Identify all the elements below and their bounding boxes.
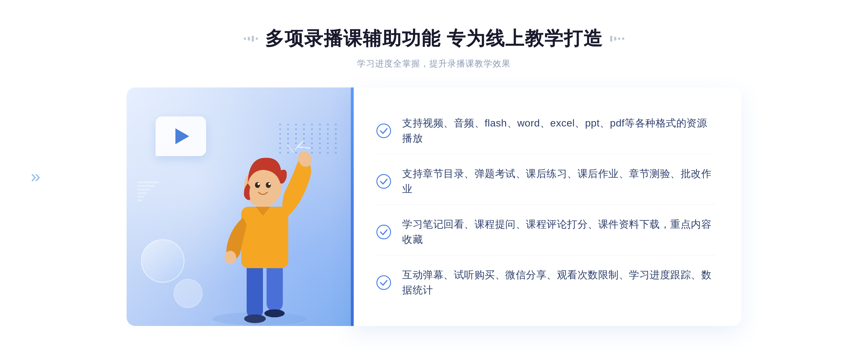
svg-rect-2 [267, 261, 283, 312]
svg-point-13 [268, 183, 271, 185]
header-section: 多项录播课辅助功能 专为线上教学打造 学习进度全掌握，提升录播课教学效果 [244, 26, 624, 69]
feature-item-2: 支持章节目录、弹题考试、课后练习、课后作业、章节测验、批改作业 [376, 158, 716, 205]
feature-text-3: 学习笔记回看、课程提问、课程评论打分、课件资料下载，重点内容收藏 [402, 217, 716, 247]
svg-rect-5 [241, 207, 288, 268]
svg-line-15 [299, 147, 310, 148]
page-container: » 多项录播课辅助功能 专为线上教学打造 学习进度全掌握，提升录播课教学效果 [0, 0, 868, 352]
main-title: 多项录播课辅助功能 专为线上教学打造 [265, 26, 603, 51]
svg-point-4 [264, 309, 285, 317]
stripes-decoration [137, 181, 159, 218]
check-icon-3 [376, 224, 391, 240]
feature-item-1: 支持视频、音频、flash、word、excel、ppt、pdf等各种格式的资源… [376, 108, 716, 154]
check-icon-1 [376, 123, 391, 138]
feature-text-1: 支持视频、音频、flash、word、excel、ppt、pdf等各种格式的资源… [402, 116, 716, 146]
header-title-row: 多项录播课辅助功能 专为线上教学打造 [244, 26, 624, 51]
svg-line-16 [288, 145, 294, 153]
svg-point-11 [266, 182, 271, 188]
svg-point-10 [255, 182, 260, 188]
play-icon [175, 128, 189, 144]
header-decoration-right [610, 36, 624, 42]
feature-item-4: 互动弹幕、试听购买、微信分享、观看次数限制、学习进度跟踪、数据统计 [376, 259, 716, 306]
subtitle: 学习进度全掌握，提升录播课教学效果 [244, 58, 624, 69]
header-decoration-left [244, 36, 258, 42]
feature-text-4: 互动弹幕、试听购买、微信分享、观看次数限制、学习进度跟踪、数据统计 [402, 267, 716, 298]
check-icon-4 [376, 275, 391, 290]
illustration-area [127, 87, 351, 326]
content-section: 支持视频、音频、flash、word、excel、ppt、pdf等各种格式的资源… [127, 87, 741, 326]
svg-point-19 [377, 225, 391, 239]
svg-point-12 [258, 183, 260, 185]
circle-decoration-1 [141, 239, 184, 283]
bg-arrow-left: » [31, 166, 41, 186]
person-illustration [191, 124, 328, 326]
svg-point-7 [225, 251, 236, 264]
svg-rect-1 [247, 261, 263, 319]
svg-point-20 [377, 276, 391, 289]
check-icon-2 [376, 174, 391, 189]
features-panel: 支持视频、音频、flash、word、excel、ppt、pdf等各种格式的资源… [351, 87, 741, 326]
svg-point-18 [377, 175, 391, 188]
svg-point-17 [377, 124, 391, 138]
feature-text-2: 支持章节目录、弹题考试、课后练习、课后作业、章节测验、批改作业 [402, 166, 716, 197]
feature-item-3: 学习笔记回看、课程提问、课程评论打分、课件资料下载，重点内容收藏 [376, 209, 716, 256]
svg-point-3 [244, 314, 266, 323]
